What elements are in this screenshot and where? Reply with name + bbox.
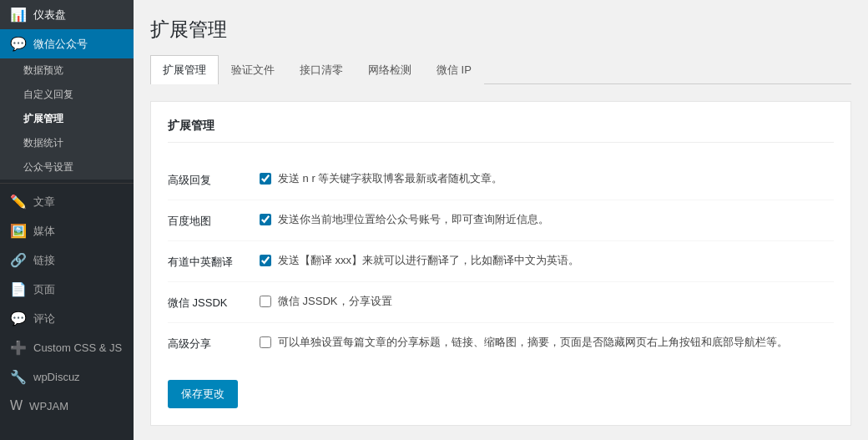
tab-extension-mgmt[interactable]: 扩展管理 [150, 55, 219, 84]
sidebar-item-media[interactable]: 🖼️ 媒体 [0, 216, 134, 245]
sidebar-item-custom-reply[interactable]: 自定义回复 [0, 83, 134, 107]
label-youdao-translate: 有道中英翻译 [168, 253, 260, 270]
label-advanced-reply: 高级回复 [168, 171, 260, 188]
desc-advanced-reply: 发送 n r 等关键字获取博客最新或者随机文章。 [278, 171, 502, 186]
label-baidu-map: 百度地图 [168, 212, 260, 229]
sidebar: 📊 仪表盘 💬 微信公众号 数据预览 自定义回复 扩展管理 数据统计 公众号设置… [0, 0, 134, 440]
desc-youdao-translate: 发送【翻译 xxx】来就可以进行翻译了，比如翻译中文为英语。 [278, 253, 579, 268]
articles-icon: ✏️ [10, 194, 27, 210]
sidebar-item-data-stats[interactable]: 数据统计 [0, 131, 134, 155]
sidebar-item-wechat[interactable]: 💬 微信公众号 [0, 29, 134, 58]
control-wechat-jssdk: 微信 JSSDK，分享设置 [260, 294, 392, 309]
form-row-youdao-translate: 有道中英翻译 发送【翻译 xxx】来就可以进行翻译了，比如翻译中文为英语。 [168, 241, 834, 282]
sidebar-item-comments[interactable]: 💬 评论 [0, 304, 134, 333]
checkbox-youdao-translate[interactable] [260, 255, 271, 266]
tab-clear-interface[interactable]: 接口清零 [287, 55, 356, 84]
custom-css-js-icon: ➕ [10, 340, 27, 356]
form-row-advanced-reply: 高级回复 发送 n r 等关键字获取博客最新或者随机文章。 [168, 159, 834, 200]
divider-1 [0, 183, 134, 184]
tab-verify-file[interactable]: 验证文件 [219, 55, 287, 84]
sidebar-item-extension-mgmt[interactable]: 扩展管理 [0, 107, 134, 131]
page-title: 扩展管理 [150, 17, 851, 43]
desc-wechat-jssdk: 微信 JSSDK，分享设置 [278, 294, 392, 309]
checkbox-label-advanced-share[interactable]: 可以单独设置每篇文章的分享标题，链接、缩略图，摘要，页面是否隐藏网页右上角按钮和… [260, 335, 788, 350]
media-icon: 🖼️ [10, 223, 27, 239]
checkbox-baidu-map[interactable] [260, 214, 271, 225]
sidebar-item-articles[interactable]: ✏️ 文章 [0, 187, 134, 216]
sidebar-item-dashboard[interactable]: 📊 仪表盘 [0, 0, 134, 29]
tab-network-check[interactable]: 网络检测 [356, 55, 424, 84]
wpdiscuz-icon: 🔧 [10, 369, 27, 385]
save-button[interactable]: 保存更改 [168, 380, 238, 408]
checkbox-label-advanced-reply[interactable]: 发送 n r 等关键字获取博客最新或者随机文章。 [260, 171, 502, 186]
control-baidu-map: 发送你当前地理位置给公众号账号，即可查询附近信息。 [260, 212, 549, 227]
checkbox-label-baidu-map[interactable]: 发送你当前地理位置给公众号账号，即可查询附近信息。 [260, 212, 549, 227]
wpjam-icon: W [10, 398, 23, 413]
checkbox-advanced-share[interactable] [260, 336, 271, 348]
links-icon: 🔗 [10, 252, 27, 268]
wechat-icon: 💬 [10, 36, 27, 52]
dashboard-icon: 📊 [10, 7, 27, 23]
main-content: 扩展管理 扩展管理 验证文件 接口清零 网络检测 微信 IP 扩展管理 高级回复… [134, 0, 868, 440]
desc-baidu-map: 发送你当前地理位置给公众号账号，即可查询附近信息。 [278, 212, 549, 227]
checkbox-label-youdao-translate[interactable]: 发送【翻译 xxx】来就可以进行翻译了，比如翻译中文为英语。 [260, 253, 579, 268]
form-row-advanced-share: 高级分享 可以单独设置每篇文章的分享标题，链接、缩略图，摘要，页面是否隐藏网页右… [168, 323, 834, 363]
form-row-baidu-map: 百度地图 发送你当前地理位置给公众号账号，即可查询附近信息。 [168, 200, 834, 241]
sidebar-item-wpdiscuz[interactable]: 🔧 wpDiscuz [0, 362, 134, 392]
checkbox-wechat-jssdk[interactable] [260, 296, 271, 307]
sidebar-item-wpjam[interactable]: W WPJAM [0, 392, 134, 420]
tab-wechat-ip[interactable]: 微信 IP [424, 55, 484, 84]
form-row-wechat-jssdk: 微信 JSSDK 微信 JSSDK，分享设置 [168, 282, 834, 323]
comments-icon: 💬 [10, 311, 27, 326]
tabs-bar: 扩展管理 验证文件 接口清零 网络检测 微信 IP [150, 55, 851, 84]
sidebar-item-data-preview[interactable]: 数据预览 [0, 58, 134, 83]
control-youdao-translate: 发送【翻译 xxx】来就可以进行翻译了，比如翻译中文为英语。 [260, 253, 579, 268]
section-title: 扩展管理 [168, 119, 834, 143]
checkbox-label-wechat-jssdk[interactable]: 微信 JSSDK，分享设置 [260, 294, 392, 309]
content-box: 扩展管理 高级回复 发送 n r 等关键字获取博客最新或者随机文章。 百度地图 … [150, 101, 851, 426]
sidebar-item-custom-css-js[interactable]: ➕ Custom CSS & JS [0, 333, 134, 362]
pages-icon: 📄 [10, 281, 27, 297]
sidebar-item-links[interactable]: 🔗 链接 [0, 245, 134, 275]
control-advanced-share: 可以单独设置每篇文章的分享标题，链接、缩略图，摘要，页面是否隐藏网页右上角按钮和… [260, 335, 788, 350]
label-advanced-share: 高级分享 [168, 335, 260, 351]
sidebar-item-pages[interactable]: 📄 页面 [0, 275, 134, 304]
label-wechat-jssdk: 微信 JSSDK [168, 294, 260, 311]
wechat-submenu: 数据预览 自定义回复 扩展管理 数据统计 公众号设置 [0, 58, 134, 180]
checkbox-advanced-reply[interactable] [260, 173, 271, 185]
desc-advanced-share: 可以单独设置每篇文章的分享标题，链接、缩略图，摘要，页面是否隐藏网页右上角按钮和… [278, 335, 788, 350]
sidebar-item-account-settings[interactable]: 公众号设置 [0, 155, 134, 180]
control-advanced-reply: 发送 n r 等关键字获取博客最新或者随机文章。 [260, 171, 502, 186]
